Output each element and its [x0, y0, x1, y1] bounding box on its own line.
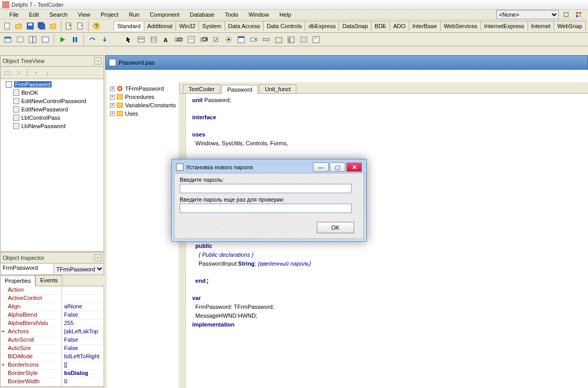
inspector-row[interactable]: AutoScrollFalse: [1, 336, 104, 345]
property-value[interactable]: [akLeft,akTop: [62, 328, 104, 336]
menu-project[interactable]: Project: [95, 10, 123, 19]
comp-checkbox[interactable]: [210, 34, 222, 45]
config-btn-1[interactable]: [561, 10, 571, 19]
comp-combobox[interactable]: [248, 34, 259, 45]
expand-icon[interactable]: [1, 303, 6, 311]
palette-tab-additional[interactable]: Additional: [144, 21, 176, 31]
config-combo[interactable]: <None>: [496, 10, 559, 19]
expand-icon[interactable]: [1, 311, 6, 319]
inspector-row[interactable]: BiDiModebdLeftToRight: [1, 353, 104, 361]
inspector-row[interactable]: AutoSizeFalse: [1, 345, 104, 353]
palette-tab-bde[interactable]: BDE: [371, 21, 390, 31]
password-input-2[interactable]: [180, 204, 352, 213]
property-value[interactable]: alNone: [62, 303, 104, 311]
palette-tab-ado[interactable]: ADO: [390, 21, 409, 31]
tree-btn-1[interactable]: [3, 68, 12, 78]
property-value[interactable]: bsDialog: [62, 370, 104, 378]
tree-down-btn[interactable]: ↓: [43, 68, 52, 78]
tree-up-btn[interactable]: ↑: [31, 68, 41, 78]
treeview-close-btn[interactable]: ▫: [94, 57, 102, 65]
menu-view[interactable]: View: [73, 10, 96, 19]
inspector-close-btn[interactable]: ▫: [94, 254, 102, 261]
remove-file-btn[interactable]: −: [75, 20, 85, 32]
comp-mainmenu[interactable]: [135, 34, 147, 45]
tree-btn-2[interactable]: [14, 68, 23, 78]
dialog-minimize-btn[interactable]: —: [313, 162, 329, 172]
inspector-row[interactable]: +Anchors[akLeft,akTop: [1, 328, 104, 336]
inspector-tab-events[interactable]: Events: [35, 275, 62, 286]
comp-radio[interactable]: [223, 34, 234, 45]
palette-tab-datasnap[interactable]: DataSnap: [339, 21, 371, 31]
menu-tools[interactable]: Tools: [220, 10, 244, 19]
expand-icon[interactable]: [1, 353, 6, 361]
menu-help[interactable]: Help: [274, 10, 296, 19]
struct-item[interactable]: +Procedures: [109, 93, 177, 101]
editor-tab-active[interactable]: Password: [221, 85, 258, 94]
inspector-object-selector[interactable]: FrmPassword TFrmPassword: [0, 264, 104, 275]
tree-item[interactable]: EditNewPassword: [2, 105, 103, 114]
comp-button[interactable]: OK: [198, 34, 209, 45]
comp-groupbox[interactable]: [273, 34, 284, 45]
tree-item[interactable]: EditNewControlPassword: [2, 97, 103, 105]
inspector-row[interactable]: BorderStylebsDialog: [1, 370, 104, 378]
menu-window[interactable]: Window: [243, 10, 274, 19]
new-btn[interactable]: [2, 20, 12, 32]
menu-edit[interactable]: Edit: [24, 10, 44, 19]
expand-icon[interactable]: [1, 345, 6, 353]
open-proj-btn[interactable]: [48, 20, 58, 32]
palette-tab-internetexpress[interactable]: InternetExpress: [481, 21, 528, 31]
palette-tab-win32[interactable]: Win32: [176, 21, 199, 31]
inspector-grid[interactable]: ActionActiveControlAlignalNoneAlphaBlend…: [0, 286, 104, 387]
save-btn[interactable]: [25, 20, 35, 32]
inspector-row[interactable]: ActiveControl: [1, 295, 104, 303]
expand-icon[interactable]: +: [1, 328, 6, 336]
expand-icon[interactable]: +: [110, 111, 115, 116]
expand-icon[interactable]: +: [1, 361, 6, 369]
comp-scrollbar[interactable]: [260, 34, 272, 45]
expand-icon[interactable]: +: [110, 86, 115, 91]
comp-edit[interactable]: ab|: [173, 34, 184, 45]
editor-window-titlebar[interactable]: Password.pas: [105, 55, 588, 70]
inspector-row[interactable]: +BorderIcons[]: [1, 361, 104, 370]
palette-tab-standard[interactable]: Standard: [114, 21, 144, 31]
expand-icon[interactable]: [1, 286, 6, 294]
palette-tab-interbase[interactable]: InterBase: [409, 21, 441, 31]
comp-memo[interactable]: [185, 34, 197, 45]
saveall-btn[interactable]: [36, 20, 47, 32]
new-form-btn[interactable]: [40, 34, 51, 45]
comp-panel[interactable]: [298, 34, 309, 45]
palette-tab-dbexpress[interactable]: dbExpress: [305, 21, 339, 31]
inspector-row[interactable]: BorderWidth0: [1, 378, 104, 386]
view-form-btn[interactable]: [15, 34, 26, 45]
tree-item[interactable]: LblControlPass: [2, 114, 103, 122]
expand-icon[interactable]: [1, 320, 6, 328]
menu-run[interactable]: Run: [123, 10, 144, 19]
palette-tab-datacontrols[interactable]: Data Controls: [263, 21, 305, 31]
menu-component[interactable]: Component: [145, 10, 185, 19]
expand-icon[interactable]: [1, 378, 6, 386]
inspector-class-combo[interactable]: TFrmPassword: [54, 264, 104, 274]
view-unit-btn[interactable]: [2, 34, 14, 45]
dialog-close-btn[interactable]: ✕: [346, 162, 362, 172]
inspector-row[interactable]: AlignalNone: [1, 303, 104, 311]
menu-database[interactable]: Database: [185, 10, 220, 19]
inspector-row[interactable]: Action: [1, 286, 104, 295]
palette-tab-system[interactable]: System: [198, 21, 225, 31]
property-value[interactable]: []: [62, 361, 104, 369]
expand-icon[interactable]: [1, 295, 6, 303]
property-value[interactable]: bdLeftToRight: [62, 353, 104, 361]
open-btn[interactable]: [14, 20, 24, 32]
palette-tab-dataaccess[interactable]: Data Access: [224, 21, 264, 31]
tree-item[interactable]: BtnOK: [2, 89, 103, 97]
palette-tab-websnap[interactable]: WebSnap: [554, 21, 586, 31]
inspector-row[interactable]: AlphaBlendFalse: [1, 311, 104, 320]
comp-radiogroup[interactable]: [285, 34, 297, 45]
property-value[interactable]: [62, 295, 104, 303]
property-value[interactable]: [62, 286, 104, 294]
editor-tab[interactable]: TextCoder: [183, 84, 220, 93]
property-value[interactable]: False: [62, 336, 104, 344]
property-value[interactable]: False: [62, 311, 104, 319]
dialog-maximize-btn[interactable]: ▢: [330, 162, 345, 172]
expand-icon[interactable]: [1, 370, 6, 378]
run-btn[interactable]: [57, 34, 68, 45]
